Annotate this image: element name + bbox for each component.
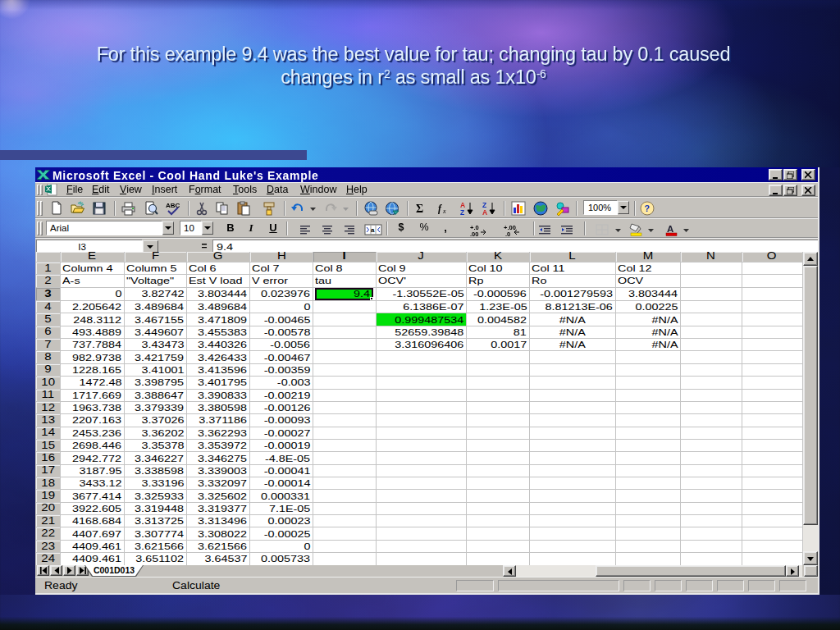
- svg-text:Σ: Σ: [416, 203, 423, 215]
- svg-text:Z: Z: [460, 208, 464, 217]
- svg-text:f: f: [438, 203, 442, 214]
- svg-text:x: x: [442, 208, 446, 215]
- svg-text:A: A: [667, 224, 673, 234]
- svg-text:.00: .00: [470, 231, 478, 238]
- svg-text:A: A: [482, 208, 487, 217]
- svg-text:.0: .0: [505, 231, 510, 238]
- svg-text:?: ?: [645, 203, 651, 213]
- svg-text:a: a: [371, 226, 375, 234]
